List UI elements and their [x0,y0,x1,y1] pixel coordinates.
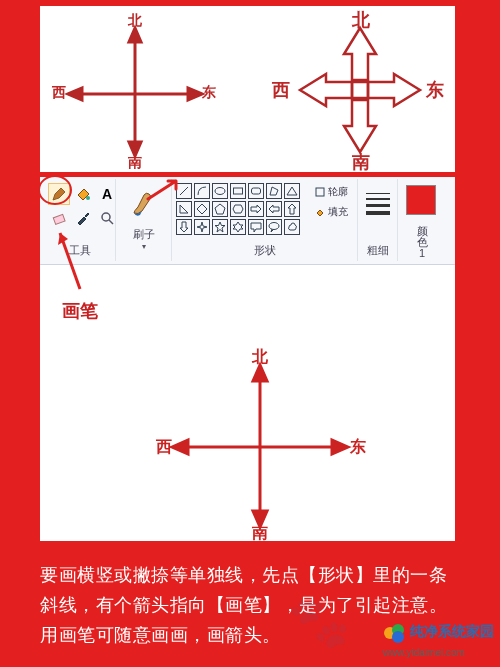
tool-magnifier[interactable] [96,207,118,229]
svg-marker-15 [270,187,278,195]
compass-label-south: 南 [252,523,268,544]
compass-label-south: 南 [352,150,370,174]
shape-rect[interactable] [230,183,246,199]
size-dropdown[interactable] [366,189,390,219]
shape-callout-rect[interactable] [248,219,264,235]
bucket-icon [75,186,91,202]
compass-label-east: 东 [426,78,444,102]
compass-label-north: 北 [352,8,370,32]
shape-arrow-left[interactable] [266,201,282,217]
svg-marker-23 [288,204,296,214]
shape-arrow-down[interactable] [176,219,192,235]
annotation-arrow-to-line [146,177,186,205]
shape-diamond[interactable] [194,201,210,217]
compass-label-east: 东 [350,437,366,458]
tool-dropper[interactable] [72,207,94,229]
ribbon-label-color1: 颜 色 1 [398,226,446,259]
shape-pentagon[interactable] [212,201,228,217]
svg-rect-8 [53,214,65,224]
tool-text[interactable]: A [96,183,118,205]
svg-marker-22 [269,205,279,213]
shape-arrow-right[interactable] [248,201,264,217]
text-icon: A [102,186,112,202]
paint-panel: A 工具 刷子 ▾ [40,177,455,541]
compass-label-west: 西 [52,84,66,102]
shape-star6[interactable] [230,219,246,235]
ribbon-label-size: 粗细 [358,243,397,258]
svg-marker-1 [129,28,141,42]
svg-point-9 [102,213,110,221]
shape-curve[interactable] [194,183,210,199]
svg-marker-19 [215,204,225,214]
compass-thin-svg [50,14,220,170]
tool-fill[interactable] [72,183,94,205]
compass-label-north: 北 [128,12,142,30]
svg-marker-25 [197,222,207,232]
example-panel-top: 北 南 西 东 北 南 西 东 [40,6,455,172]
svg-marker-18 [197,204,207,214]
svg-marker-36 [172,440,188,454]
shape-polygon[interactable] [266,183,282,199]
outline-label: 轮廓 [328,186,348,197]
fill-label: 填充 [328,206,348,217]
shape-oval[interactable] [212,183,228,199]
svg-marker-26 [215,222,225,232]
ribbon-group-color1: 颜 色 1 [398,179,446,261]
shapes-outline-option[interactable]: 轮廓 [315,185,355,199]
svg-marker-5 [188,88,202,100]
compass-label-north: 北 [252,347,268,368]
shape-callout-oval[interactable] [266,219,282,235]
svg-rect-13 [234,188,243,194]
magnifier-icon [99,210,115,226]
shapes-gallery[interactable] [176,183,310,239]
svg-rect-29 [316,188,324,196]
compass-thin-arrows: 北 南 西 东 [50,14,210,164]
compass-label-west: 西 [272,78,290,102]
svg-rect-14 [252,188,261,194]
shape-star4[interactable] [194,219,210,235]
fill-icon [315,207,325,217]
eraser-icon [51,210,67,226]
svg-marker-4 [68,88,82,100]
tool-eraser[interactable] [48,207,70,229]
callout-brush: 画笔 [62,299,98,323]
chevron-down-icon: ▾ [124,242,164,251]
shape-hexagon[interactable] [230,201,246,217]
shapes-fill-option[interactable]: 填充 [315,205,355,219]
ribbon-group-size: 粗细 [358,179,398,261]
watermark-brand: 纯净系统家园 [410,623,494,639]
svg-marker-27 [233,222,243,232]
watermark-paw-icon: 🐾 [288,593,350,651]
compass-label-south: 南 [128,154,142,172]
svg-line-10 [109,220,113,224]
compass-block-svg [270,10,450,170]
compass-label-west: 西 [156,437,172,458]
svg-point-7 [86,196,90,200]
watermark: 纯净系统家园 www.yidaimei.com [383,621,494,659]
compass-lower-svg [150,353,370,539]
svg-marker-16 [287,187,297,195]
svg-marker-20 [233,205,243,213]
svg-marker-37 [332,440,348,454]
brush-label: 刷子 [124,227,164,242]
shape-callout-cloud[interactable] [284,219,300,235]
watermark-logo-icon [383,621,407,645]
shape-star5[interactable] [212,219,228,235]
ribbon-group-shapes: 轮廓 填充 形状 [172,179,358,261]
dropper-icon [75,210,91,226]
svg-point-28 [269,223,279,230]
compass-block-arrows: 北 南 西 东 [270,10,450,170]
svg-rect-6 [352,82,368,98]
shape-triangle[interactable] [284,183,300,199]
annotation-oval-pencil [38,175,72,205]
color1-swatch[interactable] [406,185,436,215]
annotation-arrow-to-pencil [50,231,90,301]
shape-arrow-up[interactable] [284,201,300,217]
svg-marker-24 [180,222,188,232]
watermark-url: www.yidaimei.com [383,647,465,658]
svg-marker-21 [251,205,261,213]
shape-roundrect[interactable] [248,183,264,199]
svg-point-12 [215,188,225,195]
paint-ribbon: A 工具 刷子 ▾ [40,177,455,265]
svg-marker-17 [180,205,188,213]
